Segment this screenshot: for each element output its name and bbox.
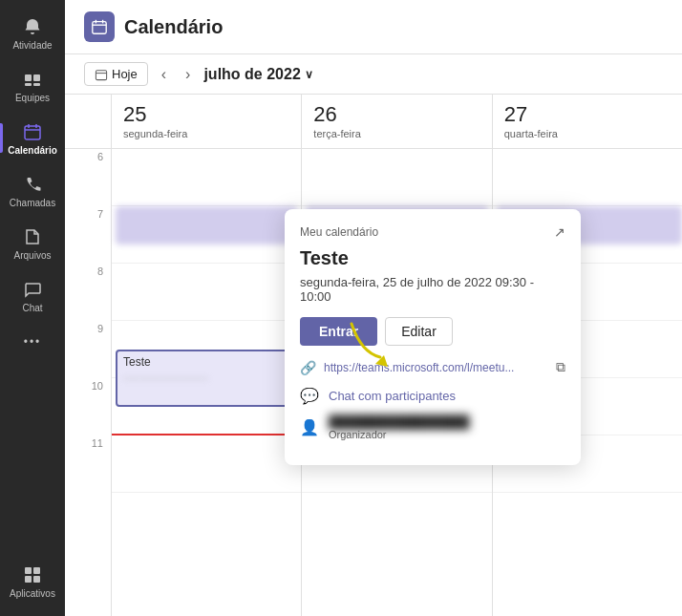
popup-header: Meu calendário ↗ [300, 224, 565, 240]
today-label: Hoje [112, 67, 138, 81]
link-icon: 🔗 [300, 360, 316, 375]
month-label[interactable]: julho de 2022 ∨ [203, 66, 312, 83]
phone-icon [21, 173, 44, 196]
cell-26-6 [302, 149, 491, 206]
time-slot-7: 7 [65, 206, 111, 264]
chat-participants-icon: 💬 [300, 387, 319, 405]
time-slot-6: 6 [65, 149, 111, 206]
next-nav-button[interactable]: › [180, 64, 196, 85]
event-teste[interactable]: Teste ________________ [116, 350, 297, 407]
copy-icon[interactable]: ⧉ [556, 359, 565, 375]
sidebar-item-aplicativos[interactable]: Aplicativos [0, 556, 65, 606]
day-headers: 25 segunda-feira 26 terça-feira 27 quart… [65, 95, 682, 149]
organizer-icon: 👤 [300, 418, 319, 436]
sidebar-label-calendario: Calendário [8, 145, 57, 156]
organizer-name: ████████████████ [329, 414, 469, 429]
svg-rect-3 [33, 83, 40, 86]
popup-chat-row: 💬 Chat com participantes [300, 387, 565, 405]
popup-actions: Entrar Editar [300, 317, 565, 346]
event-blurred-25[interactable] [116, 206, 297, 244]
svg-rect-0 [25, 74, 32, 81]
apps-icon [21, 563, 44, 586]
sidebar-label-chat: Chat [22, 303, 42, 313]
page-header: Calendário [65, 0, 682, 54]
time-slot-10: 10 [65, 378, 111, 435]
sidebar-item-calendario[interactable]: Calendário [0, 113, 65, 163]
time-slot-8: 8 [65, 264, 111, 321]
svg-rect-1 [33, 74, 40, 81]
day-header-27: 27 quarta-feira [492, 95, 682, 148]
sidebar-label-aplicativos: Aplicativos [10, 588, 55, 599]
svg-rect-2 [25, 83, 32, 86]
time-slot-9: 9 [65, 321, 111, 378]
today-icon [95, 68, 108, 81]
popup-title: Teste [300, 247, 565, 269]
organizer-role: Organizador [329, 429, 469, 440]
sidebar-item-atividade[interactable]: Atividade [0, 8, 65, 58]
day-header-25: 25 segunda-feira [111, 95, 301, 148]
calendar-area: 25 segunda-feira 26 terça-feira 27 quart… [65, 95, 682, 616]
main-content: Calendário Hoje ‹ › julho de 2022 ∨ 25 s… [65, 0, 682, 616]
today-button[interactable]: Hoje [84, 62, 148, 86]
svg-rect-12 [93, 22, 106, 34]
sidebar-label-arquivos: Arquivos [14, 250, 52, 261]
time-slot-11: 11 [65, 435, 111, 493]
cell-25-11 [112, 435, 301, 493]
more-icon: ••• [21, 330, 44, 353]
popup-link-row: 🔗 https://teams.microsoft.com/l/meetu...… [300, 359, 565, 375]
calendar-toolbar: Hoje ‹ › julho de 2022 ∨ [65, 54, 682, 95]
teams-icon [21, 68, 44, 91]
calendar-icon [21, 120, 44, 143]
sidebar-label-atividade: Atividade [12, 40, 52, 51]
dropdown-icon: ∨ [305, 68, 313, 81]
bell-icon [21, 15, 44, 38]
chat-participants-link[interactable]: Chat com participantes [329, 387, 456, 405]
svg-rect-11 [33, 576, 40, 583]
popup-expand-icon[interactable]: ↗ [554, 224, 565, 240]
sidebar-item-chamadas[interactable]: Chamadas [0, 165, 65, 216]
organizer-info: ████████████████ Organizador [329, 414, 469, 440]
time-labels: 6 7 8 9 10 11 [65, 149, 111, 616]
popup-organizer-row: 👤 ████████████████ Organizador [300, 414, 565, 440]
sidebar-item-more[interactable]: ••• [0, 323, 65, 361]
cell-25-6 [112, 149, 301, 206]
sidebar-label-equipes: Equipes [15, 93, 50, 103]
prev-nav-button[interactable]: ‹ [156, 64, 172, 85]
files-icon [21, 225, 44, 248]
day-header-26: 26 terça-feira [301, 95, 491, 148]
popup-datetime: segunda-feira, 25 de julho de 2022 09:30… [300, 275, 565, 304]
current-time-line [112, 434, 301, 435]
page-title: Calendário [124, 16, 223, 38]
cell-25-8 [112, 264, 301, 321]
svg-rect-8 [25, 567, 32, 574]
svg-rect-9 [33, 567, 40, 574]
popup-calendar-label: Meu calendário [300, 225, 378, 239]
sidebar-item-arquivos[interactable]: Arquivos [0, 218, 65, 268]
sidebar: Atividade Equipes Calendário [0, 0, 65, 616]
cell-27-6 [493, 149, 682, 206]
sidebar-item-equipes[interactable]: Equipes [0, 60, 65, 111]
arrow-indicator [342, 314, 399, 372]
sidebar-label-chamadas: Chamadas [10, 198, 55, 208]
svg-rect-16 [96, 70, 106, 79]
svg-rect-4 [25, 126, 40, 139]
sidebar-item-chat[interactable]: Chat [0, 270, 65, 321]
svg-rect-10 [25, 576, 32, 583]
event-popup: Meu calendário ↗ Teste segunda-feira, 25… [285, 209, 581, 465]
chat-icon [21, 278, 44, 301]
header-calendar-icon [84, 11, 115, 42]
day-col-25[interactable]: Teste ________________ [111, 149, 301, 616]
